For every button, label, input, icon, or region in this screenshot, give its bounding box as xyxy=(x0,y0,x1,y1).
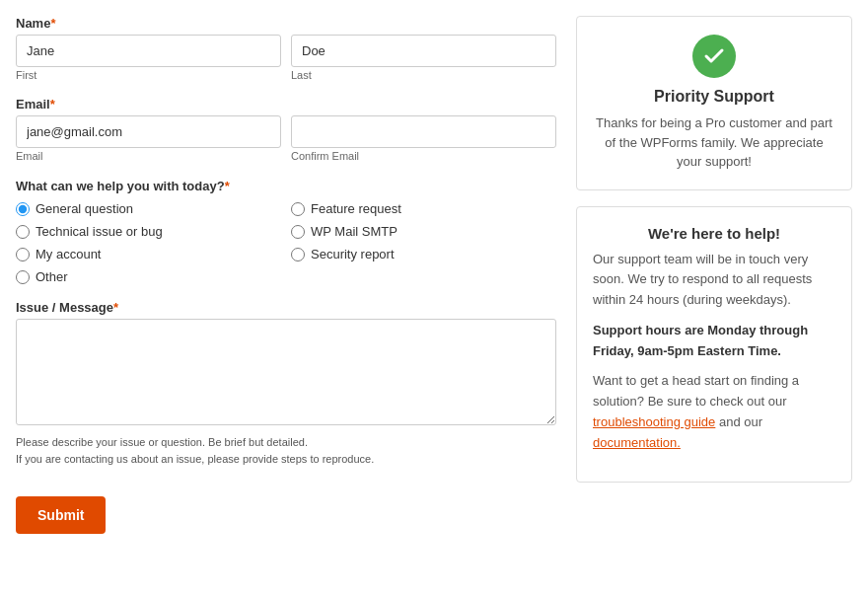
first-name-label: First xyxy=(16,69,281,81)
help-card: We're here to help! Our support team wil… xyxy=(576,206,852,483)
message-label: Issue / Message* xyxy=(16,300,556,315)
confirm-email-label: Confirm Email xyxy=(291,150,556,162)
radio-technical-label: Technical issue or bug xyxy=(36,224,163,239)
radio-general-label: General question xyxy=(36,201,133,216)
radio-general-input[interactable] xyxy=(16,202,30,216)
radio-wpmail-input[interactable] xyxy=(291,225,305,239)
email-sub-label: Email xyxy=(16,150,281,162)
radio-account[interactable]: My account xyxy=(16,247,281,261)
hint-text: Please describe your issue or question. … xyxy=(16,434,556,467)
last-name-input[interactable] xyxy=(291,35,556,67)
radio-account-input[interactable] xyxy=(16,248,30,261)
last-name-wrap: Last xyxy=(291,35,556,81)
priority-support-card: Priority Support Thanks for being a Pro … xyxy=(576,16,852,190)
radio-general[interactable]: General question xyxy=(16,201,281,216)
confirm-email-input[interactable] xyxy=(291,115,556,148)
help-field-group: What can we help you with today?* Genera… xyxy=(16,178,556,284)
radio-feature[interactable]: Feature request xyxy=(291,201,556,216)
sidebar: Priority Support Thanks for being a Pro … xyxy=(576,16,852,534)
documentation-link[interactable]: documentation. xyxy=(593,435,681,450)
help-text-1: Our support team will be in touch very s… xyxy=(593,250,835,311)
radio-security[interactable]: Security report xyxy=(291,247,556,261)
name-field-group: Name* First Last xyxy=(16,16,556,81)
name-label: Name* xyxy=(16,16,556,31)
help-text-bold: Support hours are Monday through Friday,… xyxy=(593,321,835,362)
radio-feature-input[interactable] xyxy=(291,202,305,216)
submit-button[interactable]: Submit xyxy=(16,496,106,534)
help-text-links: Want to get a head start on finding a so… xyxy=(593,371,835,453)
radio-account-label: My account xyxy=(36,247,101,261)
priority-title: Priority Support xyxy=(593,88,835,106)
radio-other-label: Other xyxy=(36,269,68,284)
message-field-group: Issue / Message* Please describe your is… xyxy=(16,300,556,467)
radio-feature-label: Feature request xyxy=(311,201,401,216)
radio-security-label: Security report xyxy=(311,247,395,261)
email-input-wrap: Email xyxy=(16,115,281,162)
message-textarea[interactable] xyxy=(16,319,556,425)
radio-wpmail-label: WP Mail SMTP xyxy=(311,224,398,239)
radio-technical[interactable]: Technical issue or bug xyxy=(16,224,281,239)
last-name-label: Last xyxy=(291,69,556,81)
radio-wpmail[interactable]: WP Mail SMTP xyxy=(291,224,556,239)
radio-security-input[interactable] xyxy=(291,248,305,261)
form-section: Name* First Last Email* Em xyxy=(16,16,576,534)
checkmark-icon xyxy=(692,35,736,78)
help-label: What can we help you with today?* xyxy=(16,179,230,193)
troubleshooting-guide-link[interactable]: troubleshooting guide xyxy=(593,414,715,429)
email-input[interactable] xyxy=(16,115,281,148)
help-card-title: We're here to help! xyxy=(593,225,835,242)
confirm-email-input-wrap: Confirm Email xyxy=(291,115,556,162)
radio-grid: General question Feature request Technic… xyxy=(16,201,556,284)
radio-other-input[interactable] xyxy=(16,270,30,284)
first-name-input[interactable] xyxy=(16,35,281,67)
priority-text: Thanks for being a Pro customer and part… xyxy=(593,113,835,172)
email-field-group: Email* Email Confirm Email xyxy=(16,97,556,162)
radio-technical-input[interactable] xyxy=(16,225,30,239)
email-label: Email* xyxy=(16,97,556,112)
first-name-wrap: First xyxy=(16,35,281,81)
radio-other[interactable]: Other xyxy=(16,269,281,284)
